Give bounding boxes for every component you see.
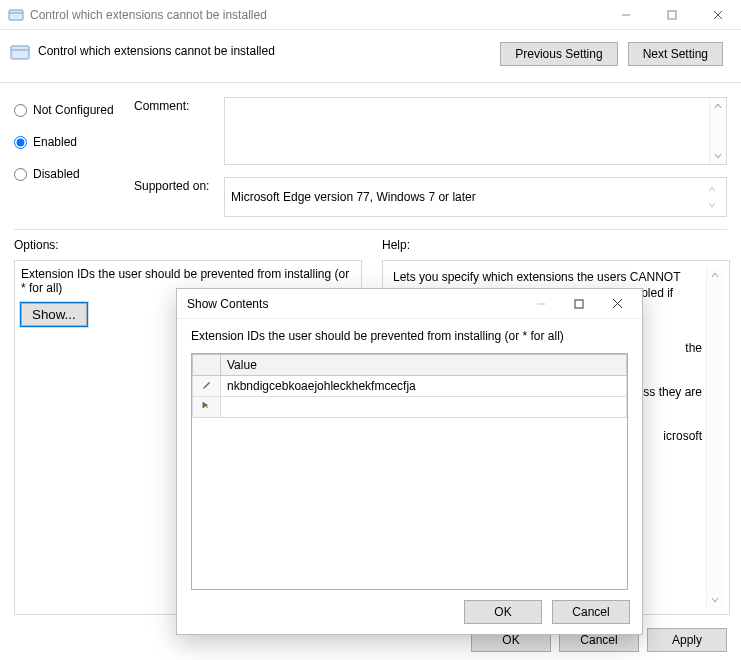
help-label: Help: [382,238,730,252]
chevron-up-icon[interactable] [707,267,723,283]
policy-icon [8,7,24,23]
radio-enabled[interactable]: Enabled [14,135,124,149]
new-row-icon [193,397,221,418]
radio-not-configured-input[interactable] [14,104,27,117]
value-input[interactable] [227,379,620,393]
radio-enabled-label: Enabled [33,135,77,149]
chevron-up-icon [704,181,720,197]
scrollbar[interactable] [709,98,726,164]
modal-maximize-button[interactable] [560,290,598,318]
show-button[interactable]: Show... [21,303,87,326]
previous-setting-button[interactable]: Previous Setting [500,42,617,66]
modal-title: Show Contents [187,297,522,311]
supported-box: Microsoft Edge version 77, Windows 7 or … [224,177,727,217]
chevron-down-icon [704,197,720,213]
svg-point-14 [206,406,208,408]
nav-buttons: Previous Setting Next Setting [500,42,723,66]
state-radio-group: Not Configured Enabled Disabled [14,97,124,199]
radio-not-configured-label: Not Configured [33,103,114,117]
divider [14,229,727,230]
value-cell[interactable] [221,376,627,397]
show-contents-dialog: Show Contents Extension IDs the user sho… [176,288,643,635]
modal-titlebar: Show Contents [177,289,642,319]
svg-rect-6 [11,46,29,59]
scrollbar[interactable] [706,267,723,608]
table-row[interactable] [193,376,627,397]
chevron-up-icon[interactable] [710,98,726,114]
radio-not-configured[interactable]: Not Configured [14,103,124,117]
modal-description: Extension IDs the user should be prevent… [191,329,628,343]
svg-rect-0 [9,10,23,20]
value-column-header: Value [221,355,627,376]
divider [0,82,741,83]
modal-ok-button[interactable]: OK [464,600,542,624]
chevron-down-icon[interactable] [710,148,726,164]
titlebar: Control which extensions cannot be insta… [0,0,741,30]
window-buttons [603,0,741,29]
values-grid[interactable]: Value [191,353,628,590]
policy-icon [10,42,30,62]
options-label: Options: [14,238,362,252]
supported-value: Microsoft Edge version 77, Windows 7 or … [231,190,704,204]
maximize-button[interactable] [649,0,695,29]
radio-enabled-input[interactable] [14,136,27,149]
comment-label: Comment: [134,97,224,113]
svg-rect-3 [668,11,676,19]
row-header-column [193,355,221,376]
modal-minimize-button[interactable] [522,290,560,318]
next-setting-button[interactable]: Next Setting [628,42,723,66]
chevron-down-icon[interactable] [707,592,723,608]
modal-cancel-button[interactable]: Cancel [552,600,630,624]
supported-label: Supported on: [134,177,224,193]
radio-disabled-input[interactable] [14,168,27,181]
minimize-button[interactable] [603,0,649,29]
apply-button[interactable]: Apply [647,628,727,652]
table-row[interactable] [193,397,627,418]
value-cell[interactable] [221,397,627,418]
radio-disabled-label: Disabled [33,167,80,181]
modal-footer: OK Cancel [177,590,642,634]
svg-rect-9 [575,300,583,308]
modal-close-button[interactable] [598,290,636,318]
comment-box[interactable] [224,97,727,165]
close-button[interactable] [695,0,741,29]
value-input[interactable] [227,400,620,414]
header: Control which extensions cannot be insta… [0,30,741,72]
pencil-icon [193,376,221,397]
radio-disabled[interactable]: Disabled [14,167,124,181]
page-title: Control which extensions cannot be insta… [38,42,500,58]
window-title: Control which extensions cannot be insta… [30,8,603,22]
